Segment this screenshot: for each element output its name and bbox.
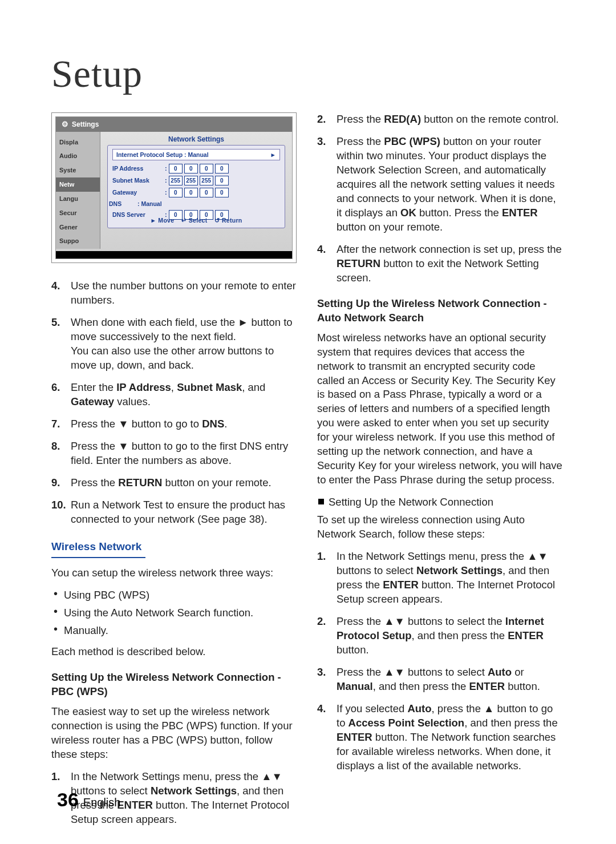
auto-steps-list: 1.In the Network Settings menu, press th… xyxy=(317,550,562,773)
left-steps-list: 4.Use the number buttons on your remote … xyxy=(51,279,297,527)
right-steps-list: 2.Press the RED(A) button on the remote … xyxy=(317,112,562,285)
auto-sub-heading: Setting Up the Network Connection xyxy=(317,495,562,510)
pbc-heading: Setting Up the Wireless Network Connecti… xyxy=(51,671,297,699)
auto-para: Most wireless networks have an optional … xyxy=(317,331,562,488)
page-footer: 36 English xyxy=(57,789,120,811)
tv-screenshot: ⚙ Settings Displa Audio Syste Netw Langu… xyxy=(51,112,297,263)
wireless-intro: You can setup the wireless network three… xyxy=(51,566,297,580)
wireless-after: Each method is described below. xyxy=(51,645,297,659)
square-bullet-icon xyxy=(318,499,324,504)
gear-icon: ⚙ xyxy=(62,119,68,130)
page-number: 36 xyxy=(57,789,79,811)
auto-sub-intro: To set up the wireless connection using … xyxy=(317,513,562,542)
chevron-right-icon: ► xyxy=(270,151,276,159)
wireless-heading: Wireless Network xyxy=(51,539,297,554)
page-lang: English xyxy=(83,796,121,809)
wireless-bullets: Using PBC (WPS)Using the Auto Network Se… xyxy=(51,588,297,638)
page-title: Setup xyxy=(51,51,565,96)
pbc-intro: The easiest way to set up the wireless n… xyxy=(51,705,297,762)
right-column: 2.Press the RED(A) button on the remote … xyxy=(317,112,562,835)
left-column: ⚙ Settings Displa Audio Syste Netw Langu… xyxy=(51,112,297,835)
tv-panel-title: Network Settings xyxy=(100,132,292,145)
tv-sidebar: Displa Audio Syste Netw Langu Secur Gene… xyxy=(56,132,100,249)
tv-settings-label: Settings xyxy=(72,120,99,129)
auto-heading: Setting Up the Wireless Network Connecti… xyxy=(317,297,562,325)
